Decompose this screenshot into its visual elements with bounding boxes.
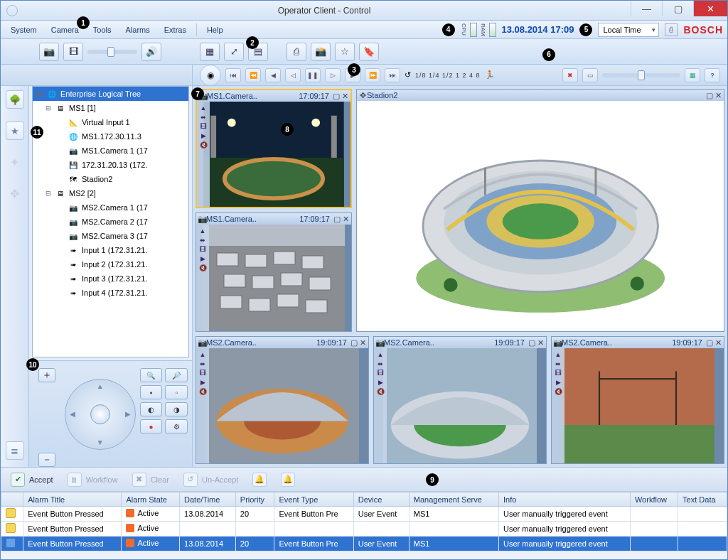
audio-icon[interactable]: 🔊 (141, 43, 161, 61)
map-close-icon[interactable]: ✕ (714, 91, 722, 100)
ptz-focus-far-icon[interactable]: ▫ (165, 385, 188, 399)
snapshot-icon[interactable]: 📸 (311, 43, 331, 61)
pane2-max-icon[interactable]: ▢ (333, 215, 341, 224)
alarm-col-header[interactable]: Alarm State (122, 492, 180, 507)
alarm-col-header[interactable]: Date/Time (180, 492, 236, 507)
tree-node[interactable]: 📷MS2.Camera 1 (17 (33, 200, 188, 215)
tree-root-label[interactable]: Enterprise Logical Tree (60, 90, 141, 98)
logical-tree[interactable]: ▣🌐Enterprise Logical Tree ⊟🖥MS1 [1]📐Virt… (32, 86, 189, 357)
alarm-row[interactable]: Event Button PressedActive13.08.201420Ev… (1, 507, 727, 522)
alarm-accept-button[interactable]: ✔Accept (11, 473, 53, 487)
tree-node[interactable]: ⊟🖥MS2 [2] (33, 186, 188, 200)
tree-node[interactable]: 📷MS1.Camera 1 (17 (33, 144, 188, 158)
ptz-plus-icon[interactable]: ＋ (38, 368, 55, 382)
map-max-icon[interactable]: ▢ (705, 91, 714, 100)
frame-back-icon[interactable]: ◀ (265, 68, 281, 82)
repeat-icon[interactable]: ↺ (405, 70, 411, 80)
alarm-row[interactable]: Event Button PressedActiveUser manually … (1, 522, 727, 537)
bookmark-icon[interactable]: 🔖 (359, 43, 379, 61)
alarm-flag-button[interactable]: 🔔 (252, 473, 267, 487)
alarm-col-header[interactable]: Event Type (274, 492, 353, 507)
sidetab-tree-icon[interactable]: 🌳 (6, 90, 24, 109)
b2-side-controls[interactable]: ▲⬌🎞▶🔇 (374, 348, 387, 463)
menu-tools[interactable]: Tools (87, 23, 117, 36)
ptz-joystick[interactable]: ▲ ▼ ◀ ▶ (65, 379, 136, 450)
skip-fwd-icon[interactable]: ⏭ (385, 68, 400, 82)
running-man-icon[interactable]: 🏃 (485, 70, 495, 80)
step-fwd-icon[interactable]: ⏩ (365, 68, 380, 82)
cameo-pane-2[interactable]: 📷 MS1.Camera.. 17:09:17 ▢ ✕ ▲⬌🎞▶🔇 (196, 212, 352, 332)
pane2-side-controls[interactable]: ▲⬌🎞▶🔇 (196, 225, 209, 331)
tree-node[interactable]: 📐Virtual Input 1 (33, 115, 188, 129)
alarm-row[interactable]: Event Button PressedActive13.08.201420Ev… (1, 537, 727, 551)
tree-node[interactable]: 📷MS2.Camera 3 (17 (33, 229, 188, 243)
menu-extras[interactable]: Extras (159, 23, 192, 36)
pause-icon[interactable]: ❚❚ (305, 68, 321, 82)
b2-max-icon[interactable]: ▢ (528, 338, 536, 348)
ptz-rec-icon[interactable]: ● (140, 419, 163, 434)
tree-node[interactable]: ➠Input 1 (172.31.21. (33, 243, 188, 257)
jog-dial-icon[interactable]: ◉ (200, 65, 221, 86)
cameo-pane-map[interactable]: ✥ Stadion2 ▢ ✕ (356, 89, 724, 332)
sidetab-fav-icon[interactable]: ★ (6, 122, 24, 140)
ptz-iris-open-icon[interactable]: ◐ (140, 402, 163, 416)
alarm-col-header[interactable]: Alarm Title (23, 492, 122, 507)
tree-node[interactable]: ➠Input 3 (172.31.21. (33, 271, 188, 286)
alarm-col-header[interactable]: Workflow (630, 492, 678, 507)
cameo-pane-b2[interactable]: 📷 MS2.Camera.. 19:09:17 ▢ ✕ ▲⬌🎞▶🔇 (373, 336, 547, 464)
tree-slider[interactable] (87, 50, 137, 54)
ptz-focus-near-icon[interactable]: ▪ (140, 385, 163, 399)
b3-close-icon[interactable]: ✕ (714, 338, 722, 348)
cameo-pane-b1[interactable]: 📷 MS2.Camera.. 19:09:17 ▢ ✕ ▲⬌🎞▶🔇 (196, 336, 369, 464)
alarm-unaccept-button[interactable]: ↺Un-Accept (183, 473, 238, 487)
ptz-knob[interactable] (90, 404, 110, 424)
ptz-aux-icon[interactable]: ⚙ (165, 419, 188, 434)
tree-node[interactable]: ➠Input 4 (172.31.21. (33, 286, 188, 300)
fullscreen-icon[interactable]: ⤢ (224, 43, 244, 61)
playback-mode-icon[interactable]: 🎞 (63, 43, 83, 61)
minimize-button[interactable]: — (631, 1, 662, 16)
tree-node[interactable]: 💾172.31.20.13 (172. (33, 158, 188, 172)
alarm-col-header[interactable]: Priority (235, 492, 274, 507)
sidetab-star-icon[interactable]: ✦ (6, 153, 24, 171)
menu-system[interactable]: System (5, 23, 43, 36)
remove-row-icon[interactable]: ▭ (582, 68, 598, 82)
alarm-bell-button[interactable]: 🔔 (281, 473, 295, 487)
ptz-iris-close-icon[interactable]: ◑ (165, 402, 188, 416)
favorite-icon[interactable]: ☆ (335, 43, 355, 61)
b3-max-icon[interactable]: ▢ (705, 338, 714, 348)
alarm-col-header[interactable]: Text Data (678, 492, 727, 507)
print-icon-2[interactable]: ⎙ (287, 43, 306, 61)
cameo-pane-b3[interactable]: 📷 MS2.Camera.. 19:09:17 ▢ ✕ ▲⬌🎞▶🔇 (551, 336, 724, 464)
close-button[interactable]: ✕ (693, 1, 727, 16)
maximize-button[interactable]: ▢ (662, 1, 693, 16)
ptz-zoom-in-icon[interactable]: 🔍 (140, 368, 163, 382)
sidetab-compass-icon[interactable]: ✥ (6, 184, 24, 203)
ptz-minus-icon[interactable]: － (38, 453, 55, 467)
tree-node[interactable]: 📷MS2.Camera 2 (17 (33, 215, 188, 229)
close-pane-icon[interactable]: ✖ (562, 68, 578, 82)
alarm-col-header[interactable]: Management Serve (409, 492, 498, 507)
pane1-side-controls[interactable]: ▲⬌🎞▶🔇 (197, 102, 210, 207)
step-back-icon[interactable]: ⏪ (245, 68, 261, 82)
pane1-close-icon[interactable]: ✕ (341, 92, 349, 101)
ptz-zoom-out-icon[interactable]: 🔎 (165, 368, 188, 382)
menu-alarms[interactable]: Alarms (120, 23, 156, 36)
play-fwd-icon[interactable]: ▷ (325, 68, 341, 82)
pane2-close-icon[interactable]: ✕ (341, 215, 350, 224)
tree-node[interactable]: 🌐MS1.172.30.11.3 (33, 129, 188, 144)
live-mode-icon[interactable]: 📷 (39, 43, 59, 61)
layout-slider[interactable] (602, 73, 680, 77)
sidetab-list-icon[interactable]: ≣ (6, 441, 24, 460)
cameo-pane-1[interactable]: 📷 MS1.Camera.. 17:09:17 ▢ ✕ ▲⬌🎞▶🔇 8 (196, 89, 352, 208)
help-icon[interactable]: ? (705, 68, 720, 82)
skip-back-icon[interactable]: ⏮ (225, 68, 241, 82)
b2-close-icon[interactable]: ✕ (536, 338, 545, 348)
alarm-workflow-button[interactable]: 🗎Workflow (68, 473, 118, 487)
b1-max-icon[interactable]: ▢ (350, 338, 358, 348)
add-row-icon[interactable]: ▦ (685, 68, 700, 82)
tree-node[interactable]: ⊟🖥MS1 [1] (33, 101, 188, 115)
tree-node[interactable]: ➠Input 2 (172.31.21. (33, 257, 188, 271)
alarm-clear-button[interactable]: ✖Clear (132, 473, 169, 487)
menu-help[interactable]: Help (201, 23, 229, 36)
